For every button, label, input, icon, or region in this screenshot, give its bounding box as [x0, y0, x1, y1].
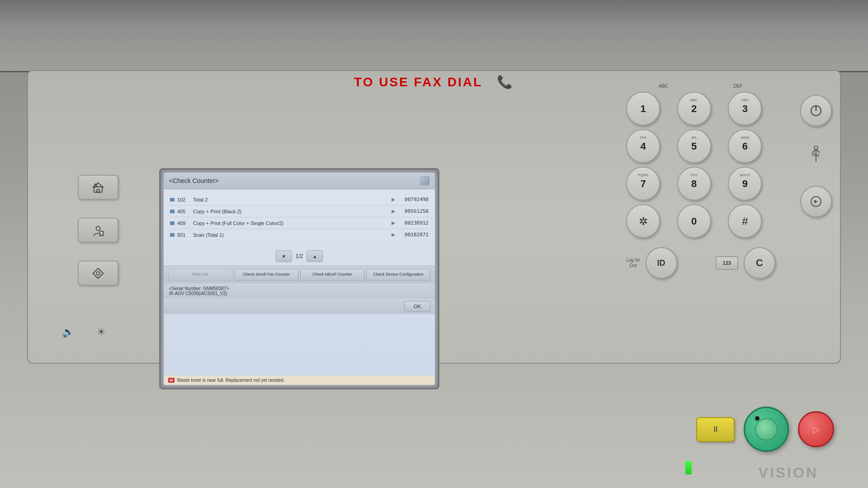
model-name: iR-ADV C5030(iAC5051_V2) — [169, 291, 429, 296]
keypad-label-abc: ABC — [646, 84, 682, 89]
counter-label: Scan (Total 1) — [193, 232, 392, 238]
counter-label: Copy + Print (Full Color + Single Color/… — [193, 221, 392, 226]
fax-dial-label: TO USE FAX DIAL 📞 — [271, 75, 597, 89]
key-0-main: 0 — [691, 216, 697, 227]
page-down-button[interactable]: ▼ — [276, 250, 292, 262]
key-3[interactable]: DEF 3 — [728, 92, 762, 126]
sound-icon: 🔊 — [62, 326, 74, 338]
key-0[interactable]: 0 — [677, 204, 711, 238]
svg-rect-1 — [97, 189, 99, 192]
key-8-main: 8 — [691, 178, 697, 190]
top-lid — [0, 0, 868, 72]
green-indicator — [755, 416, 760, 421]
clear-button[interactable]: C — [744, 247, 775, 279]
table-row: 102 Total 2 ▶ 00792498 — [170, 194, 429, 206]
id-button[interactable]: ID — [646, 247, 677, 279]
counter-table: 102 Total 2 ▶ 00792498 405 Copy + Print … — [164, 189, 435, 245]
left-side-buttons — [78, 175, 118, 286]
svg-point-8 — [96, 272, 100, 275]
screen-indicator — [420, 176, 429, 185]
check-meap-button[interactable]: Check MEAP Counter — [300, 269, 364, 281]
user-button[interactable] — [78, 218, 118, 243]
machine-body: TO USE FAX DIAL 📞 <Check Counter> 102 To… — [0, 0, 868, 488]
row-bullet — [170, 198, 175, 202]
counter-label: Total 2 — [193, 197, 392, 202]
scan-button[interactable] — [78, 261, 118, 286]
svg-rect-11 — [814, 146, 818, 149]
start-button[interactable] — [744, 407, 789, 452]
counter-code: 102 — [177, 197, 193, 202]
power-button[interactable] — [800, 95, 832, 127]
key-6[interactable]: MNQ 6 — [728, 129, 762, 163]
keypad-grid: 1 ABC 2 DEF 3 GHI 4 JKL 5 MNQ 6 — [624, 89, 778, 240]
svg-point-3 — [96, 226, 100, 230]
key-2-main: 2 — [691, 103, 697, 115]
screen-display: <Check Counter> 102 Total 2 ▶ 00792498 4 — [164, 173, 435, 385]
key-star-main: ✲ — [639, 215, 648, 228]
bottom-action-buttons: ⏸ ▷ — [696, 407, 834, 452]
screen-title: <Check Counter> — [169, 177, 219, 184]
key-5-sub: JKL — [691, 136, 697, 140]
counter-code: 409 — [177, 221, 193, 226]
warning-bar: W Waste toner is near full. Replacement … — [164, 375, 435, 385]
key-5[interactable]: JKL 5 — [677, 129, 711, 163]
print-list-button[interactable]: Print List — [168, 269, 232, 281]
page-info: 1/2 — [296, 253, 303, 259]
table-row: 501 Scan (Total 1) ▶ 00102871 — [170, 229, 429, 240]
key-7[interactable]: PQRS 7 — [626, 167, 660, 201]
home-button[interactable] — [78, 175, 118, 200]
key-4-sub: GHI — [640, 136, 646, 140]
key-5-main: 5 — [691, 141, 697, 152]
counter-arrow: ▶ — [392, 208, 395, 214]
screen-header: <Check Counter> — [164, 173, 435, 189]
check-send-fax-button[interactable]: Check Send/ Fax Counter — [234, 269, 298, 281]
counter-value: 00230912 — [397, 220, 429, 226]
ok-button[interactable]: OK — [404, 301, 430, 312]
key-2[interactable]: ABC 2 — [677, 92, 711, 126]
key-hash[interactable]: # — [728, 204, 762, 238]
clear-label: C — [756, 257, 763, 269]
cancel-icon: ▷ — [813, 424, 820, 435]
key-3-sub: DEF — [741, 98, 749, 102]
counter-arrow: ▶ — [392, 197, 395, 202]
warning-icon: W — [168, 378, 175, 383]
cancel-button[interactable]: ▷ — [798, 411, 834, 447]
screen-serial-info: <Serial Number: GNM50387> iR-ADV C5030(i… — [164, 283, 435, 299]
key-3-main: 3 — [742, 103, 748, 115]
key-4-main: 4 — [640, 141, 646, 152]
key-4[interactable]: GHI 4 — [626, 129, 660, 163]
usb-icon — [810, 145, 822, 165]
stop-button[interactable]: ⏸ — [696, 417, 735, 442]
serial-number: <Serial Number: GNM50387> — [169, 286, 429, 291]
key-7-main: 7 — [640, 178, 646, 190]
key-star[interactable]: ✲ — [626, 204, 660, 238]
start-inner — [755, 418, 778, 441]
key-6-main: 6 — [742, 141, 748, 152]
brightness-icon: ☀ — [97, 326, 106, 338]
counter-value: 00561258 — [397, 208, 429, 214]
vision-brand-text: VISION — [759, 465, 818, 481]
check-device-config-button[interactable]: Check Device Configuration — [366, 269, 430, 281]
key-hash-main: # — [742, 215, 748, 228]
key-1[interactable]: 1 — [626, 92, 660, 126]
special-function-button[interactable] — [800, 186, 832, 217]
key-1-main: 1 — [640, 103, 646, 115]
bottom-left-icons: 🔊 ☀ — [62, 326, 106, 338]
green-led-indicator — [685, 461, 692, 474]
table-row: 405 Copy + Print (Black 2) ▶ 00561258 — [170, 206, 429, 217]
counter-code: 405 — [177, 209, 193, 214]
counter-value: 00102871 — [397, 232, 429, 238]
svg-rect-2 — [95, 184, 97, 187]
counter-arrow: ▶ — [392, 220, 395, 226]
row-bullet — [170, 210, 175, 213]
svg-rect-12 — [812, 154, 815, 155]
key-9[interactable]: WXYZ 9 — [728, 167, 762, 201]
page-up-button[interactable]: ▲ — [307, 250, 323, 262]
key-7-sub: PQRS — [638, 173, 648, 177]
row-bullet — [170, 221, 175, 225]
svg-marker-7 — [93, 268, 104, 278]
warning-text: Waste toner is near full. Replacement no… — [177, 378, 285, 383]
num-123-button[interactable]: 123 — [716, 256, 738, 270]
key-9-main: 9 — [742, 178, 748, 190]
key-8[interactable]: TUV 8 — [677, 167, 711, 201]
